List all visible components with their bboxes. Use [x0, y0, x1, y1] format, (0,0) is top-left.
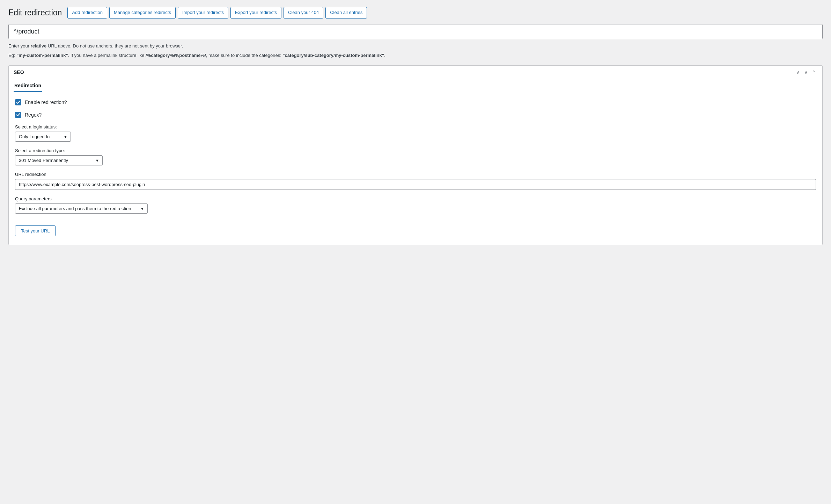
enable-redirection-checkbox[interactable]	[15, 99, 21, 105]
query-parameters-select-wrapper: Exclude all parameters and pass them to …	[15, 203, 148, 214]
query-parameters-select[interactable]: Exclude all parameters and pass them to …	[15, 203, 148, 214]
seo-collapse-button[interactable]: ⌃	[810, 69, 817, 75]
url-input-container	[8, 24, 823, 39]
tab-redirection[interactable]: Redirection	[14, 79, 42, 92]
test-url-button[interactable]: Test your URL	[15, 225, 56, 236]
seo-box: SEO ∧ ∨ ⌃ Redirection Enable redirection…	[8, 65, 823, 245]
enable-redirection-row: Enable redirection?	[15, 99, 816, 105]
help-text-line2: Eg: "my-custom-permalink". If you have a…	[8, 52, 823, 59]
login-status-label: Select a login status:	[15, 124, 816, 129]
login-status-select-wrapper: Everyone Only Logged In Only Logged Out …	[15, 132, 71, 142]
query-parameters-label: Query parameters	[15, 196, 816, 201]
redirection-type-select-wrapper: 301 Moved Permanently 302 Found 307 Temp…	[15, 155, 103, 165]
page-header: Edit redirection Add redirection Manage …	[8, 7, 823, 18]
seo-up-button[interactable]: ∧	[795, 69, 801, 75]
redirection-type-label: Select a redirection type:	[15, 148, 816, 153]
seo-box-header: SEO ∧ ∨ ⌃	[9, 66, 822, 79]
url-redirection-input[interactable]	[15, 179, 816, 190]
header-buttons: Add redirection Manage categories redire…	[67, 7, 367, 18]
redirection-type-group: Select a redirection type: 301 Moved Per…	[15, 148, 816, 165]
url-redirection-label: URL redirection	[15, 172, 816, 177]
url-redirection-group: URL redirection	[15, 172, 816, 190]
query-parameters-group: Query parameters Exclude all parameters …	[15, 196, 816, 214]
page-title: Edit redirection	[8, 8, 62, 17]
seo-box-controls: ∧ ∨ ⌃	[795, 69, 817, 75]
enable-redirection-label: Enable redirection?	[25, 99, 67, 105]
login-status-select[interactable]: Everyone Only Logged In Only Logged Out	[15, 132, 71, 142]
regex-checkbox[interactable]	[15, 112, 21, 118]
login-status-group: Select a login status: Everyone Only Log…	[15, 124, 816, 142]
seo-down-button[interactable]: ∨	[803, 69, 809, 75]
regex-label: Regex?	[25, 112, 42, 118]
seo-box-title: SEO	[14, 69, 24, 75]
clean-all-button[interactable]: Clean all entries	[325, 7, 367, 18]
export-redirects-button[interactable]: Export your redirects	[230, 7, 281, 18]
import-redirects-button[interactable]: Import your redirects	[178, 7, 228, 18]
url-input[interactable]	[9, 24, 822, 39]
clean-404-button[interactable]: Clean your 404	[284, 7, 323, 18]
manage-categories-button[interactable]: Manage categories redirects	[109, 7, 176, 18]
redirection-type-select[interactable]: 301 Moved Permanently 302 Found 307 Temp…	[15, 155, 103, 165]
tab-bar: Redirection	[9, 79, 822, 92]
regex-row: Regex?	[15, 112, 816, 118]
help-text-line1: Enter your relative URL above. Do not us…	[8, 43, 823, 50]
tab-content: Enable redirection? Regex? Select a logi…	[9, 92, 822, 245]
add-redirection-button[interactable]: Add redirection	[67, 7, 107, 18]
